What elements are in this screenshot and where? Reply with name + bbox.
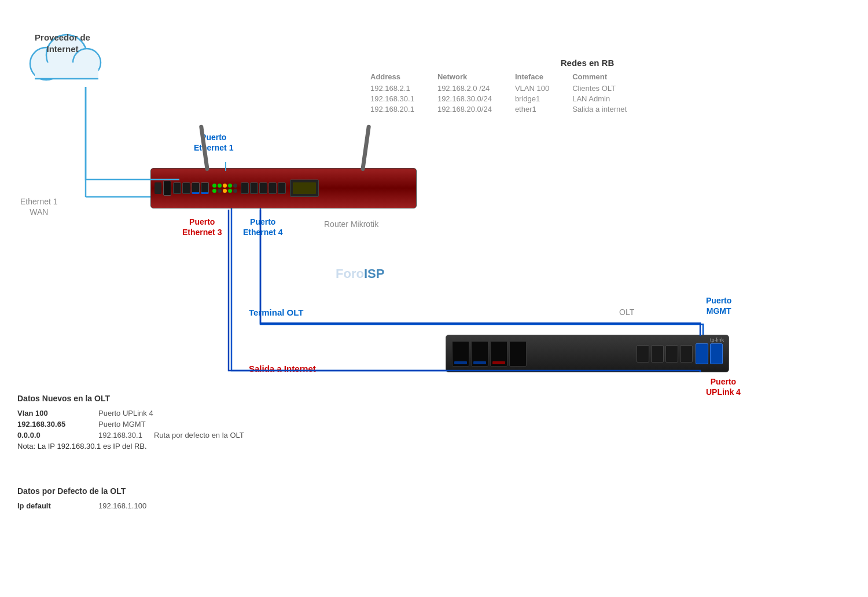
redes-rb-title: Redes en RB [370,58,804,68]
redes-comment-col: Comment Clientes OLT LAN Admin Salida a … [572,72,627,113]
salida-internet-label: Salida a Internet [249,363,316,375]
diagram-container: Proveedor de Internet Ethernet 1 WAN Pue… [0,0,868,597]
puerto-uplink4-label: PuertoUPLink 4 [706,376,741,397]
address-header: Address [370,72,414,81]
terminal-olt-label: Terminal OLT [249,307,303,318]
redes-interface-col: Inteface VLAN 100 bridge1 ether1 [515,72,549,113]
puerto-ethernet4-label: PuertoEthernet 4 [243,217,282,237]
datos-defecto-row1: Ip default 192.168.1.100 [17,501,249,510]
datos-defecto-section: Datos por Defecto de la OLT Ip default 1… [17,486,249,512]
datos-defecto-title: Datos por Defecto de la OLT [17,486,249,496]
datos-nuevos-section: Datos Nuevos en la OLT Vlan 100 Puerto U… [17,394,307,451]
olt-device: tp-link [446,335,729,372]
cloud-label: Proveedor de Internet [22,32,103,54]
svg-rect-5 [35,63,98,79]
puerto-ethernet1-label: PuertoEthernet 1 [194,132,233,153]
foro-isp-watermark: ForoISP [336,266,384,281]
address-row3: 192.168.20.1 [370,105,414,113]
comment-row1: Clientes OLT [572,84,627,93]
puerto-ethernet3-label: PuertoEthernet 3 [182,217,222,237]
network-row3: 192.168.20.0/24 [437,105,492,113]
puerto-mgmt-label: PuertoMGMT [706,295,731,316]
ethernet1-wan-label: Ethernet 1 WAN [20,196,58,217]
interface-row3: ether1 [515,105,549,113]
router-mikrotik-device [150,168,417,208]
datos-nuevos-title: Datos Nuevos en la OLT [17,394,307,403]
datos-nuevos-row2: 192.168.30.65 Puerto MGMT [17,420,307,428]
interface-row2: bridge1 [515,94,549,103]
router-mikrotik-label: Router Mikrotik [324,219,378,229]
datos-nuevos-nota: Nota: La IP 192.168.30.1 es IP del RB. [17,442,307,451]
network-header: Network [437,72,492,81]
interface-header: Inteface [515,72,549,81]
comment-header: Comment [572,72,627,81]
network-row2: 192.168.30.0/24 [437,94,492,103]
comment-row2: LAN Admin [572,94,627,103]
datos-nuevos-row3: 0.0.0.0 192.168.30.1 Ruta por defecto en… [17,431,307,439]
olt-label: OLT [619,307,634,317]
address-row1: 192.168.2.1 [370,84,414,93]
redes-network-col: Network 192.168.2.0 /24 192.168.30.0/24 … [437,72,492,113]
redes-rb-section: Redes en RB Address 192.168.2.1 192.168.… [370,58,804,113]
address-row2: 192.168.30.1 [370,94,414,103]
comment-row3: Salida a internet [572,105,627,113]
datos-nuevos-row1: Vlan 100 Puerto UPLink 4 [17,409,307,417]
network-row1: 192.168.2.0 /24 [437,84,492,93]
interface-row1: VLAN 100 [515,84,549,93]
redes-address-col: Address 192.168.2.1 192.168.30.1 192.168… [370,72,414,113]
